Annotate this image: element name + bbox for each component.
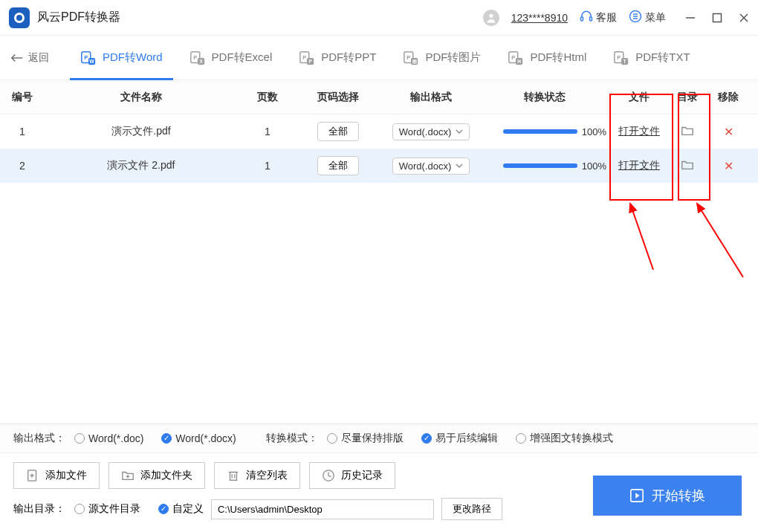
add-folder-button[interactable]: 添加文件夹 bbox=[108, 462, 205, 489]
app-title: 风云PDF转换器 bbox=[37, 10, 120, 25]
page-select-button[interactable]: 全部 bbox=[317, 156, 359, 175]
svg-text:P: P bbox=[84, 53, 88, 60]
tab-label: PDF转图片 bbox=[425, 51, 481, 65]
cell-pages: 1 bbox=[238, 126, 297, 137]
svg-rect-1 bbox=[581, 17, 583, 21]
svg-text:P: P bbox=[193, 53, 197, 60]
col-dir: 目录 bbox=[669, 91, 706, 104]
output-format-radio-1[interactable]: Word(*.docx) bbox=[161, 432, 236, 444]
svg-rect-8 bbox=[713, 13, 722, 22]
open-file-link[interactable]: 打开文件 bbox=[618, 159, 660, 171]
svg-line-36 bbox=[630, 204, 653, 270]
output-dir-radio-0[interactable]: 源文件目录 bbox=[74, 502, 140, 516]
svg-text:T: T bbox=[623, 58, 626, 63]
table-row: 2 演示文件 2.pdf 1 全部 Word(.docx) 100% 打开文件 … bbox=[0, 149, 758, 183]
convert-mode-radio-2[interactable]: 增强图文转换模式 bbox=[516, 432, 613, 445]
close-button[interactable] bbox=[739, 13, 749, 23]
menu-icon bbox=[629, 10, 642, 25]
cell-num: 1 bbox=[0, 126, 45, 137]
pdf-convert-icon: PP bbox=[299, 50, 315, 66]
arrow-to-file bbox=[620, 199, 664, 273]
output-format-label: 输出格式： bbox=[13, 432, 65, 445]
svg-text:P: P bbox=[303, 53, 307, 60]
change-path-button[interactable]: 更改路径 bbox=[441, 498, 502, 520]
remove-button[interactable]: ✕ bbox=[724, 125, 733, 139]
col-format: 输出格式 bbox=[379, 91, 483, 104]
progress-bar bbox=[503, 129, 577, 134]
col-num: 编号 bbox=[0, 91, 45, 104]
svg-text:W: W bbox=[90, 58, 95, 63]
cell-name: 演示文件 2.pdf bbox=[45, 159, 238, 172]
back-button[interactable]: 返回 bbox=[10, 51, 49, 65]
cell-name: 演示文件.pdf bbox=[45, 125, 238, 138]
remove-button[interactable]: ✕ bbox=[724, 159, 733, 173]
tab-label: PDF转TXT bbox=[635, 51, 690, 65]
convert-mode-radio-1[interactable]: 易于后续编辑 bbox=[421, 432, 498, 445]
tab-5[interactable]: PT PDF转TXT bbox=[603, 36, 700, 80]
svg-text:P: P bbox=[407, 53, 411, 60]
svg-text:X: X bbox=[199, 58, 203, 63]
svg-text:P: P bbox=[512, 53, 516, 60]
pdf-convert-icon: PH bbox=[508, 50, 524, 66]
progress-pct: 100% bbox=[582, 160, 606, 172]
table-header: 编号 文件名称 页数 页码选择 输出格式 转换状态 文件 目录 移除 bbox=[0, 80, 758, 114]
pdf-convert-icon: PX bbox=[190, 50, 206, 66]
avatar-icon[interactable] bbox=[483, 10, 499, 26]
cell-num: 2 bbox=[0, 160, 45, 172]
convert-mode-label: 转换模式： bbox=[266, 432, 318, 445]
pdf-convert-icon: PT bbox=[613, 50, 629, 66]
history-button[interactable]: 历史记录 bbox=[309, 462, 395, 489]
tab-2[interactable]: PP PDF转PPT bbox=[288, 36, 386, 80]
support-label: 客服 bbox=[596, 11, 617, 25]
progress-bar bbox=[503, 163, 577, 168]
output-dir-label: 输出目录： bbox=[13, 502, 65, 516]
svg-text:P: P bbox=[618, 53, 621, 60]
pdf-convert-icon: P图 bbox=[403, 50, 419, 66]
folder-icon[interactable] bbox=[681, 125, 694, 139]
clear-list-button[interactable]: 清空列表 bbox=[214, 462, 300, 489]
svg-rect-43 bbox=[230, 473, 237, 481]
convert-mode-radio-0[interactable]: 尽量保持排版 bbox=[327, 432, 404, 445]
minimize-button[interactable] bbox=[685, 13, 696, 23]
options-row: 输出格式： Word(*.doc) Word(*.docx) 转换模式： 尽量保… bbox=[0, 424, 758, 453]
support-link[interactable]: 客服 bbox=[580, 10, 617, 25]
start-convert-button[interactable]: 开始转换 bbox=[593, 476, 742, 516]
col-pages: 页数 bbox=[238, 91, 297, 104]
open-file-link[interactable]: 打开文件 bbox=[618, 125, 660, 137]
page-select-button[interactable]: 全部 bbox=[317, 122, 359, 141]
col-pagesel: 页码选择 bbox=[297, 91, 379, 104]
col-file: 文件 bbox=[609, 91, 669, 104]
maximize-button[interactable] bbox=[712, 13, 722, 23]
cell-pages: 1 bbox=[238, 160, 297, 172]
format-select[interactable]: Word(.docx) bbox=[392, 123, 470, 140]
output-dir-radio-1[interactable]: 自定义 bbox=[158, 502, 204, 516]
col-remove: 移除 bbox=[706, 91, 751, 104]
menu-label: 菜单 bbox=[645, 11, 666, 25]
folder-icon[interactable] bbox=[681, 159, 694, 173]
svg-line-37 bbox=[697, 204, 743, 277]
bottom-panel: 输出格式： Word(*.doc) Word(*.docx) 转换模式： 尽量保… bbox=[0, 424, 758, 532]
table-row: 1 演示文件.pdf 1 全部 Word(.docx) 100% 打开文件 ✕ bbox=[0, 114, 758, 149]
tab-label: PDF转Excel bbox=[212, 51, 273, 65]
app-logo bbox=[9, 7, 30, 28]
svg-rect-2 bbox=[590, 17, 592, 21]
tab-1[interactable]: PX PDF转Excel bbox=[179, 36, 283, 80]
svg-text:H: H bbox=[518, 58, 522, 63]
tab-0[interactable]: PW PDF转Word bbox=[70, 36, 173, 80]
format-select[interactable]: Word(.docx) bbox=[392, 158, 470, 175]
add-file-button[interactable]: 添加文件 bbox=[13, 462, 100, 489]
progress-pct: 100% bbox=[582, 126, 606, 137]
headset-icon bbox=[580, 10, 593, 25]
back-label: 返回 bbox=[28, 51, 49, 65]
svg-text:P: P bbox=[309, 58, 313, 63]
tab-label: PDF转Html bbox=[530, 51, 586, 65]
output-path-input[interactable] bbox=[211, 499, 434, 519]
col-status: 转换状态 bbox=[483, 91, 609, 104]
output-format-radio-0[interactable]: Word(*.doc) bbox=[74, 432, 143, 444]
tabbar: 返回 PW PDF转Word PX PDF转Excel PP PDF转PPT P… bbox=[0, 36, 758, 80]
menu-link[interactable]: 菜单 bbox=[629, 10, 666, 25]
user-id-link[interactable]: 123****8910 bbox=[511, 12, 568, 24]
pdf-convert-icon: PW bbox=[80, 50, 97, 66]
tab-3[interactable]: P图 PDF转图片 bbox=[392, 36, 491, 80]
tab-4[interactable]: PH PDF转Html bbox=[497, 36, 597, 80]
